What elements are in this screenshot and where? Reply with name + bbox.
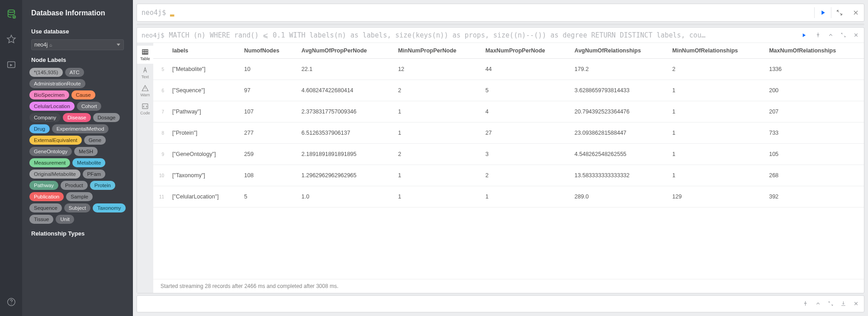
table-row[interactable]: 11["CelularLocation"]51.011289.0129392 <box>153 186 864 208</box>
db-select[interactable]: neo4j⌂ <box>31 39 124 50</box>
node-label-pill[interactable]: Drug <box>29 124 50 133</box>
view-tab-code[interactable]: Code <box>137 100 153 118</box>
cell: 5 <box>482 80 571 101</box>
node-label-pill[interactable]: Sequence <box>29 203 62 212</box>
table-body: 5["Metabolite"]1022.11244179.2213366["Se… <box>153 59 864 208</box>
result-tools <box>811 29 862 42</box>
node-label-pill[interactable]: Cohort <box>77 102 102 111</box>
pin-icon[interactable] <box>799 297 811 310</box>
column-header: NumofNodes <box>241 43 298 59</box>
cell: 1 <box>669 123 765 144</box>
collapse-icon[interactable] <box>824 29 837 42</box>
table-row[interactable]: 7["Pathway"]1072.37383177570093461420.79… <box>153 101 864 123</box>
cell: 1 <box>482 186 571 208</box>
download-icon[interactable] <box>837 297 849 310</box>
node-label-pill[interactable]: Metabolite <box>72 158 105 167</box>
view-tab-text[interactable]: Text <box>137 64 153 82</box>
node-label-pill[interactable]: Product <box>61 181 88 190</box>
node-label-pill[interactable]: Gene <box>84 136 106 145</box>
node-labels-heading: Node Labels <box>22 50 133 68</box>
table-header-row: labelsNumofNodesAvgNumOfPropPerNodeMinNu… <box>153 43 864 59</box>
relationship-types-heading: Relationship Types <box>22 224 133 241</box>
close-icon[interactable] <box>849 29 862 42</box>
close-icon[interactable] <box>849 297 862 310</box>
node-label-pill[interactable]: Unit <box>56 215 74 224</box>
node-label-pill[interactable]: PFam <box>83 170 106 179</box>
table-scroll[interactable]: labelsNumofNodesAvgNumOfPropPerNodeMinNu… <box>153 43 864 279</box>
close-button[interactable] <box>848 4 864 22</box>
node-label-pill[interactable]: Subject <box>64 203 90 212</box>
node-label-pill[interactable]: Disease <box>63 113 91 122</box>
result-query[interactable]: neo4j$ MATCH (n) WHERE rand() ⩽ 0.1 WITH… <box>137 31 796 39</box>
card-edge <box>137 24 864 25</box>
view-tab-table[interactable]: Table <box>137 46 153 64</box>
run-button[interactable] <box>815 4 831 22</box>
view-tabs: Table Text Warn Code <box>137 43 153 293</box>
expand-icon[interactable] <box>824 297 837 310</box>
node-label-pill[interactable]: Dosage <box>93 113 120 122</box>
cell: 200 <box>765 80 864 101</box>
node-label-pill[interactable]: Publication <box>29 192 64 201</box>
node-label-pill[interactable]: AdministrationRoute <box>29 79 85 88</box>
column-header: MinNumPropPerNode <box>394 43 481 59</box>
column-header: AvgNumOfPropPerNode <box>298 43 395 59</box>
result-header: neo4j$ MATCH (n) WHERE rand() ⩽ 0.1 WITH… <box>137 28 864 43</box>
node-label-pill[interactable]: ExternalEquivalent <box>29 136 82 145</box>
node-label-pill[interactable]: Taxonomy <box>93 203 125 212</box>
row-number: 5 <box>153 59 169 80</box>
help-icon[interactable] <box>4 294 19 310</box>
table-row[interactable]: 5["Metabolite"]1022.11244179.221336 <box>153 59 864 80</box>
cell: 179.2 <box>571 59 669 80</box>
column-header: AvgNumOfRelationships <box>571 43 669 59</box>
view-tab-warn-label: Warn <box>140 93 150 97</box>
db-icon[interactable] <box>4 6 19 22</box>
node-label-pill[interactable]: BioSpecimen <box>29 90 69 99</box>
node-label-pill[interactable]: *(145,935) <box>29 68 63 77</box>
cell: ["Taxonomy"] <box>169 165 241 186</box>
node-label-pill[interactable]: Protein <box>90 181 115 190</box>
result-tools-2 <box>799 297 862 310</box>
node-label-pill[interactable]: Sample <box>66 192 93 201</box>
node-label-pill[interactable]: ExperimentalMethod <box>52 124 108 133</box>
fullscreen-button[interactable] <box>831 4 848 22</box>
node-label-pill[interactable]: Pathway <box>29 181 58 190</box>
node-label-pill[interactable]: CelularLocation <box>29 102 75 111</box>
node-label-pill[interactable]: OriginalMetabolite <box>29 170 80 179</box>
cell: 1 <box>394 123 481 144</box>
table-row[interactable]: 6["Sequence"]974.608247422680414253.6288… <box>153 80 864 101</box>
collapse-icon[interactable] <box>811 297 824 310</box>
node-label-pill[interactable]: GeneOntology <box>29 147 72 156</box>
node-label-pill[interactable]: MeSH <box>74 147 98 156</box>
cell: 1 <box>669 165 765 186</box>
column-header: MaxNumPropPerNode <box>482 43 571 59</box>
cell: 733 <box>765 123 864 144</box>
cell: 1 <box>394 186 481 208</box>
node-label-pill[interactable]: Measurement <box>29 158 70 167</box>
table-row[interactable]: 9["GeneOntology"]2592.189189189189189523… <box>153 144 864 165</box>
view-tab-warn[interactable]: Warn <box>137 82 153 100</box>
result-prompt: neo4j$ <box>137 32 169 39</box>
node-label-pill[interactable]: Cause <box>71 90 95 99</box>
table-row[interactable]: 10["Taxonomy"]1081.29629629629629651213.… <box>153 165 864 186</box>
rerun-button[interactable] <box>797 28 811 42</box>
favorites-icon[interactable] <box>4 32 19 47</box>
pin-icon[interactable] <box>811 29 824 42</box>
results-table: labelsNumofNodesAvgNumOfPropPerNodeMinNu… <box>153 43 864 208</box>
row-number: 10 <box>153 165 169 186</box>
cell: 207 <box>765 101 864 123</box>
editor-buttons <box>814 4 864 22</box>
node-label-pill[interactable]: Company <box>29 113 61 122</box>
column-header: labels <box>169 43 241 59</box>
cell: 12 <box>394 59 481 80</box>
cypher-editor[interactable]: neo4j$ ▂ <box>137 4 864 22</box>
node-label-pill[interactable]: ATC <box>65 68 84 77</box>
cell: 2 <box>394 144 481 165</box>
expand-icon[interactable] <box>837 29 849 42</box>
projects-icon[interactable] <box>4 57 19 72</box>
cell: 2.1891891891891895 <box>298 144 395 165</box>
table-row[interactable]: 8["Protein"]2776.5126353790613712723.093… <box>153 123 864 144</box>
node-labels-list: *(145,935)ATCAdministrationRouteBioSpeci… <box>22 68 133 224</box>
cell: 1336 <box>765 59 864 80</box>
cell: 22.1 <box>298 59 395 80</box>
node-label-pill[interactable]: Tissue <box>29 215 53 224</box>
